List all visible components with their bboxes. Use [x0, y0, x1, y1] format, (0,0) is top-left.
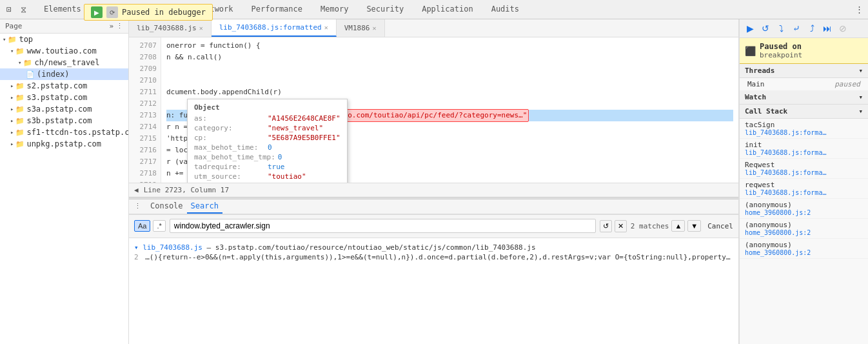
folder-arrow: ▸ [10, 117, 14, 124]
step-into-debug-button[interactable]: ⤶ [790, 22, 803, 35]
stack-frame-2[interactable]: Reqwestlib_7403688.js:forma… [740, 159, 868, 179]
deactivate-debug-button: ⊘ [836, 22, 849, 35]
call-stack-list: tacSignlib_7403688.js:forma…initlib_7403… [740, 119, 868, 344]
code-status-bar: ◀ Line 2723, Column 17 [129, 183, 738, 197]
popup-val: "5E687A9E5B0FFE1" [268, 134, 340, 142]
tree-item-top[interactable]: ▾ 📁 top [0, 34, 128, 45]
device-icon[interactable]: ⧖ [17, 3, 30, 16]
console-tab-console[interactable]: Console [146, 199, 187, 214]
step-over-debug-button[interactable]: ⤵ [774, 22, 787, 35]
file-tab-VM1886[interactable]: VM1886✕ [337, 19, 385, 37]
popup-key: utm_source: [194, 172, 265, 181]
stack-file: lib_7403688.js:forma… [745, 189, 863, 196]
line-num-2712: 2712 [129, 98, 157, 110]
search-options: Aa .* [134, 220, 166, 232]
line-num-2708: 2708 [129, 52, 157, 63]
stack-file: home_3960800.js:2 [745, 209, 863, 216]
stack-frame-6[interactable]: (anonymous)home_3960800.js:2 [740, 239, 868, 259]
popup-val: 0 [278, 153, 282, 161]
console-tab-search[interactable]: Search [187, 199, 222, 214]
step-over-button[interactable]: ⟳ [106, 6, 118, 18]
file-ref[interactable]: ▾ lib_7403688.js [134, 243, 202, 252]
tree-item-s3a[interactable]: ▸ 📁 s3a.pstatp.com [0, 103, 128, 115]
code-text: n && n.call() [166, 52, 222, 63]
search-input[interactable] [170, 219, 596, 233]
tree-item-s2[interactable]: ▸ 📁 s2.pstatp.com [0, 80, 128, 92]
stack-fn: reqwest [745, 181, 863, 189]
result-line: 2 …(){return--e>0&&(n=t.apply(this,argum… [134, 253, 733, 261]
threads-section-header[interactable]: Threads ▾ [740, 64, 868, 78]
tab-audits[interactable]: Audits [482, 0, 528, 19]
folder-arrow: ▾ [10, 48, 14, 54]
file-tab-lib_7403688-js-formatted[interactable]: lib_7403688.js:formatted✕ [212, 19, 337, 37]
case-sensitive-button[interactable]: Aa [134, 220, 150, 232]
tab-memory[interactable]: Memory [311, 0, 357, 19]
right-panel: ▶↺⤵⤶⤴⏭⊘ ⬛ Paused on breakpoint Threads ▾… [739, 19, 868, 344]
tree-item-s3[interactable]: ▸ 📁 s3.pstatp.com [0, 92, 128, 103]
stack-frame-5[interactable]: (anonymous)home_3960800.js:2 [740, 219, 868, 239]
stack-frame-0[interactable]: tacSignlib_7403688.js:forma… [740, 119, 868, 139]
line-col-info: Line 2723, Column 17 [144, 186, 229, 194]
regex-button[interactable]: .* [153, 220, 165, 232]
file-icon: 📄 [26, 70, 35, 79]
tab-security[interactable]: Security [357, 0, 413, 19]
file-tab-lib_7403688-js[interactable]: lib_7403688.js✕ [129, 19, 212, 37]
callstack-chevron: ▾ [858, 107, 863, 116]
popup-key: tadrequire: [194, 163, 265, 171]
tree-item-sf1[interactable]: ▸ 📁 sf1-ttcdn-tos.pstatp.co… [0, 126, 128, 138]
stack-frame-3[interactable]: reqwestlib_7403688.js:forma… [740, 179, 868, 199]
stack-frame-1[interactable]: initlib_7403688.js:forma… [740, 139, 868, 159]
tab-elements[interactable]: Elements [35, 0, 90, 19]
step-out-debug-button[interactable]: ⤴ [805, 22, 818, 35]
tree-item-s3b[interactable]: ▸ 📁 s3b.pstatp.com [0, 115, 128, 126]
stack-file: lib_7403688.js:forma… [745, 129, 863, 136]
folder-arrow: ▾ [3, 36, 6, 43]
close-icon[interactable]: ✕ [199, 25, 203, 32]
settings-icon[interactable]: ⋮ [853, 3, 865, 16]
popup-key: widen: [194, 182, 265, 183]
close-icon[interactable]: ✕ [324, 24, 328, 31]
tree-item-label: top [19, 35, 33, 44]
code-line-2707: onerror = function() { [166, 40, 733, 52]
console-tabs: ConsoleSearch [146, 199, 222, 214]
search-controls: ↺ ✕ [600, 220, 627, 232]
callstack-section-header[interactable]: Call Stack ▾ [740, 105, 868, 119]
tree-item-news_travel[interactable]: ▾ 📁 ch/news_travel [0, 57, 128, 68]
tree-item-unpkg[interactable]: ▸ 📁 unpkg.pstatp.com [0, 138, 128, 150]
step-debug-button[interactable]: ⏭ [821, 22, 834, 35]
devtools-icons: ⊡ ⧖ [3, 3, 30, 16]
resume-button[interactable]: ▶ [91, 6, 103, 18]
tree-item-toutiao[interactable]: ▾ 📁 www.toutiao.com [0, 45, 128, 57]
refresh-search-button[interactable]: ↺ [600, 220, 612, 232]
tab-performance[interactable]: Performance [242, 0, 311, 19]
tab-application[interactable]: Application [413, 0, 482, 19]
console-tab-bar: ⋮ ConsoleSearch [129, 199, 738, 214]
watch-section-header[interactable]: Watch ▾ [740, 90, 868, 105]
folder-arrow: ▸ [10, 129, 14, 136]
popup-val: "toutiao" [268, 172, 306, 181]
console-panel: ▾ lib_7403688.js — s3.pstatp.com/toutiao… [129, 238, 738, 267]
tree-item-label: s3a.pstatp.com [26, 105, 92, 114]
tree-item-index[interactable]: 📄 (index) [0, 68, 128, 80]
folder-arrow: ▾ [18, 59, 21, 66]
clear-search-button[interactable]: ✕ [615, 220, 627, 232]
reload-debug-button[interactable]: ↺ [759, 22, 772, 35]
next-match-button[interactable]: ▼ [687, 220, 701, 232]
console-menu-icon[interactable]: ⋮ [134, 202, 141, 210]
paused-section: ⬛ Paused on breakpoint [740, 38, 868, 64]
resume-debug-button[interactable]: ▶ [744, 22, 756, 35]
thread-item-main[interactable]: Mainpaused [740, 78, 868, 90]
watch-label: Watch [745, 93, 766, 101]
sidebar-menu[interactable]: ⋮ [116, 22, 123, 30]
inspect-icon[interactable]: ⊡ [3, 3, 15, 16]
sidebar-chevron[interactable]: » [109, 22, 113, 30]
popup-key: max_behot_time_tmp: [194, 153, 275, 161]
stack-frame-4[interactable]: (anonymous)home_3960800.js:2 [740, 199, 868, 219]
console-result-2: 2 …(){return--e>0&&(n=t.apply(this,argum… [134, 253, 733, 261]
prev-match-button[interactable]: ▲ [671, 220, 685, 232]
close-icon[interactable]: ✕ [372, 25, 376, 32]
folder-icon: 📁 [15, 140, 25, 148]
paused-text: Paused in debugger [122, 8, 206, 17]
callstack-label: Call Stack [745, 107, 787, 116]
cancel-search-button[interactable]: Cancel [707, 222, 733, 230]
